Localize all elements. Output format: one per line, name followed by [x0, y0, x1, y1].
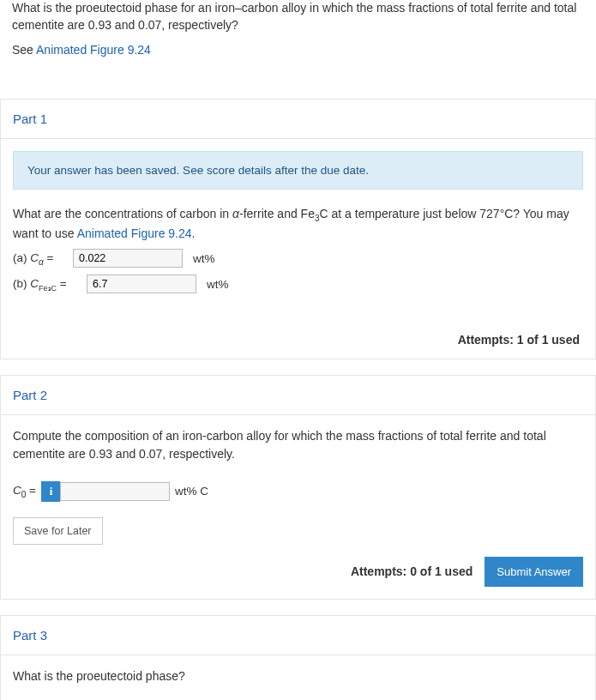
- unit-b: wt%: [207, 278, 229, 291]
- part1-question: What are the concentrations of carbon in…: [13, 205, 583, 243]
- saved-alert: Your answer has been saved. See score de…: [13, 151, 583, 190]
- part3-body: What is the proeutectoid phase? ferrite …: [0, 655, 596, 700]
- part1-body: Your answer has been saved. See score de…: [0, 138, 596, 360]
- unit-a: wt%: [193, 252, 215, 265]
- intro-see: See Animated Figure 9.24: [12, 42, 584, 59]
- c-alpha-input[interactable]: [73, 249, 183, 268]
- label-a: (a) Cα =: [13, 251, 68, 267]
- animated-figure-link[interactable]: Animated Figure 9.24: [36, 43, 151, 57]
- part2-submit-row: Attempts: 0 of 1 used Submit Answer: [13, 557, 583, 587]
- c0-input[interactable]: [60, 482, 170, 501]
- q-mid: -ferrite and Fe: [239, 207, 315, 220]
- part1-attempts: Attempts: 1 of 1 used: [13, 333, 583, 347]
- part2-input-row: C0 = i wt% C: [13, 481, 583, 502]
- intro-question: What is the proeutectoid phase for an ir…: [12, 0, 584, 33]
- b-pre: (b): [13, 277, 30, 290]
- b-eq: =: [57, 277, 67, 290]
- b-sym: C: [30, 277, 39, 290]
- info-icon[interactable]: i: [41, 481, 60, 502]
- submit-answer-button[interactable]: Submit Answer: [485, 557, 583, 587]
- part1-row-b: (b) CFe₃C = wt%: [13, 275, 583, 293]
- see-prefix: See: [12, 43, 36, 57]
- a-pre: (a): [13, 251, 30, 264]
- c0-sym: C: [13, 484, 21, 497]
- b-sub: Fe₃C: [39, 283, 57, 292]
- a-sym: C: [30, 251, 39, 264]
- part2-attempts: Attempts: 0 of 1 used: [351, 564, 473, 578]
- q-end: .: [192, 226, 196, 240]
- c0-eq: =: [26, 484, 36, 497]
- animated-figure-link-2[interactable]: Animated Figure 9.24: [77, 226, 192, 240]
- part1-row-a: (a) Cα = wt%: [13, 249, 583, 268]
- q-prefix: What are the concentrations of carbon in: [13, 207, 232, 220]
- alpha-symbol: α: [232, 207, 239, 220]
- part2-header: Part 2: [0, 375, 596, 414]
- a-eq: =: [44, 251, 54, 264]
- part1-header: Part 1: [0, 99, 596, 138]
- part3-header: Part 3: [0, 615, 596, 655]
- label-b: (b) CFe₃C =: [13, 277, 81, 293]
- part2-question: Compute the composition of an iron-carbo…: [13, 427, 583, 462]
- part2-body: Compute the composition of an iron-carbo…: [0, 414, 596, 600]
- unit-c0: wt% C: [175, 485, 208, 498]
- c-fe3c-input[interactable]: [87, 275, 196, 293]
- intro-block: What is the proeutectoid phase for an ir…: [0, 0, 596, 83]
- part3-question: What is the proeutectoid phase?: [13, 667, 583, 685]
- save-for-later-button[interactable]: Save for Later: [13, 517, 103, 545]
- label-c0: C0 =: [13, 484, 36, 499]
